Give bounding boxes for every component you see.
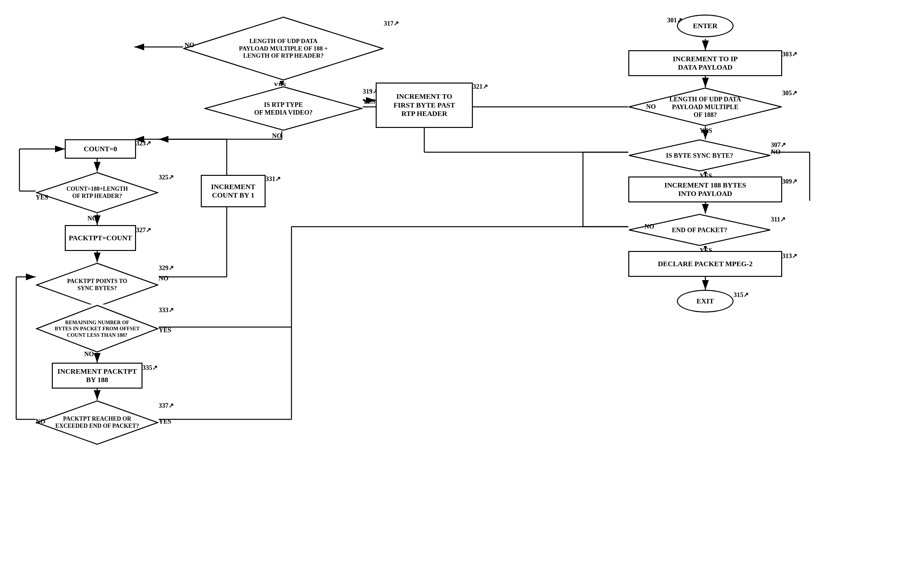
no-325: NO xyxy=(87,215,97,222)
ref-307: 307↗ xyxy=(771,141,786,149)
node-319: IS RTP TYPEOF MEDIA VIDEO? xyxy=(204,86,363,131)
ref-321: 321↗ xyxy=(473,83,488,90)
ref-315: 315↗ xyxy=(734,291,749,299)
ref-335: 335↗ xyxy=(142,364,158,371)
node-317: LENGTH OF UDP DATAPAYLOAD MULTIPLE OF 18… xyxy=(183,16,384,81)
node-305-label: LENGTH OF UDP DATAPAYLOAD MULTIPLEOF 188… xyxy=(665,93,746,120)
yes-319: YES xyxy=(363,98,375,105)
enter-label: ENTER xyxy=(693,22,718,30)
ref-311: 311↗ xyxy=(771,215,786,223)
node-323: COUNT=0 xyxy=(65,139,136,159)
node-331: INCREMENTCOUNT BY 1 xyxy=(201,175,266,207)
ref-309: 309↗ xyxy=(782,177,797,185)
node-311-label: END OF PACKET? xyxy=(667,224,732,236)
ref-337: 337↗ xyxy=(159,402,174,409)
node-335: INCREMENT PACKTPT BY 188 xyxy=(52,363,142,389)
no-333: NO xyxy=(84,350,94,358)
node-335-label: INCREMENT PACKTPT BY 188 xyxy=(53,367,142,384)
yes-325: YES xyxy=(36,194,48,201)
no-307: NO xyxy=(771,148,780,156)
node-307-label: IS BYTE SYNC BYTE? xyxy=(661,150,738,161)
no-311: NO xyxy=(644,223,654,230)
node-331-label: INCREMENTCOUNT BY 1 xyxy=(211,183,255,200)
node-321: INCREMENT TOFIRST BYTE PASTRTP HEADER xyxy=(376,83,473,128)
node-337-label: PACKTPT REACHED OREXCEEDED END OF PACKET… xyxy=(51,414,144,431)
ref-327: 327↗ xyxy=(136,226,151,234)
yes-337: YES xyxy=(159,418,171,425)
node-317-label: LENGTH OF UDP DATAPAYLOAD MULTIPLE OF 18… xyxy=(234,36,333,61)
ref-333: 333↗ xyxy=(159,306,174,314)
node-333: REMAINING NUMBER OFBYTES IN PACKET FROM … xyxy=(36,304,159,353)
ref-323: 323↗ xyxy=(136,139,151,147)
ref-331: 331↗ xyxy=(266,175,281,183)
exit-label: EXIT xyxy=(697,297,714,305)
ref-325: 325↗ xyxy=(159,173,174,181)
node-329: PACKTPT POINTS TOSYNC BYTES? xyxy=(36,262,159,307)
node-303-label: INCREMENT TO IPDATA PAYLOAD xyxy=(673,55,738,72)
exit-node: EXIT xyxy=(677,290,734,312)
enter-node: ENTER xyxy=(677,15,734,37)
no-329: NO xyxy=(159,275,168,282)
no-337: NO xyxy=(36,418,45,425)
node-313-label: DECLARE PACKET MPEG-2 xyxy=(658,260,753,268)
node-325: COUNT=188+LENGTHOF RTP HEADER? xyxy=(36,172,159,214)
node-313: DECLARE PACKET MPEG-2 xyxy=(628,251,782,277)
ref-329: 329↗ xyxy=(159,264,174,272)
node-327: PACKTPT=COUNT xyxy=(65,225,136,251)
node-337: PACKTPT REACHED OREXCEEDED END OF PACKET… xyxy=(36,400,159,445)
yes-333: YES xyxy=(159,326,171,334)
node-303: INCREMENT TO IPDATA PAYLOAD xyxy=(628,50,782,76)
node-333-label: REMAINING NUMBER OFBYTES IN PACKET FROM … xyxy=(50,318,145,340)
node-325-label: COUNT=188+LENGTHOF RTP HEADER? xyxy=(62,184,133,201)
no-305: NO xyxy=(646,103,656,110)
node-327-label: PACKTPT=COUNT xyxy=(69,234,132,242)
ref-313: 313↗ xyxy=(782,252,797,260)
ref-317: 317↗ xyxy=(384,20,399,27)
node-323-label: COUNT=0 xyxy=(84,145,117,153)
node-307: IS BYTE SYNC BYTE? xyxy=(628,139,771,172)
node-329-label: PACKTPT POINTS TOSYNC BYTES? xyxy=(62,276,132,293)
yes-305: YES xyxy=(700,127,712,134)
ref-305: 305↗ xyxy=(782,89,797,97)
node-321-label: INCREMENT TOFIRST BYTE PASTRTP HEADER xyxy=(394,92,455,118)
flowchart-diagram: ENTER 301↗ INCREMENT TO IPDATA PAYLOAD 3… xyxy=(0,0,924,579)
node-309: INCREMENT 188 BYTESINTO PAYLOAD xyxy=(628,177,782,203)
ref-303: 303↗ xyxy=(782,50,797,58)
no-319: NO xyxy=(272,132,282,139)
ref-301: 301↗ xyxy=(667,16,682,24)
node-309-label: INCREMENT 188 BYTESINTO PAYLOAD xyxy=(664,181,746,198)
no-317: NO xyxy=(185,41,194,49)
node-319-label: IS RTP TYPEOF MEDIA VIDEO? xyxy=(249,99,317,118)
